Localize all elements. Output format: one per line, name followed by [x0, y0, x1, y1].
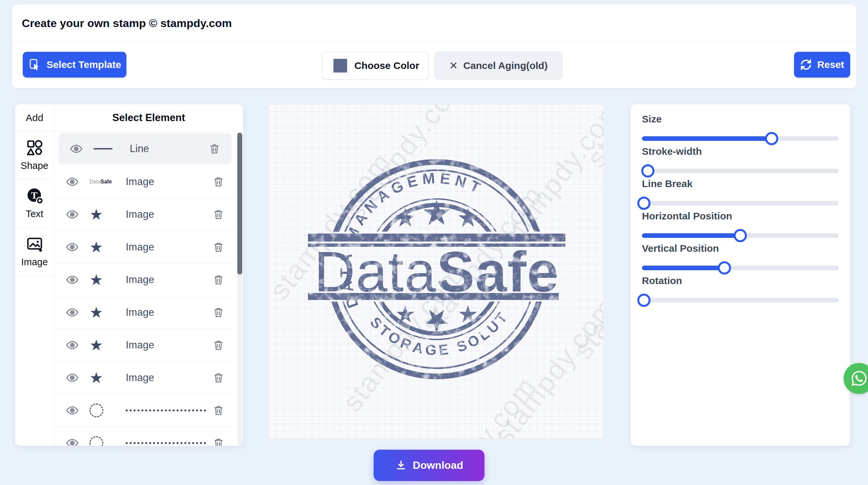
vertical-position-slider[interactable] [642, 261, 839, 274]
slider-track[interactable] [642, 266, 839, 270]
elements-card: Add ShapeTTextImage Select Element LineD… [15, 104, 243, 446]
element-list: LineDataSafeImage★Image★Image★Image★Imag… [55, 132, 236, 446]
element-row-image-3[interactable]: ★Image [55, 231, 236, 264]
dashed-circle-thumbnail [89, 436, 103, 446]
slider-group-stroke-width: Stroke-width [642, 146, 839, 176]
element-row-image-4[interactable]: ★Image [55, 264, 236, 296]
stamp-star [425, 310, 448, 332]
element-label: Image [126, 372, 213, 384]
size-slider[interactable] [642, 132, 839, 145]
close-x-icon: ✕ [449, 60, 458, 71]
line-break-slider[interactable] [642, 197, 839, 210]
choose-color-button[interactable]: Choose Color [322, 52, 429, 79]
element-row-image-7[interactable]: ★Image [55, 362, 236, 394]
visibility-eye-icon[interactable] [66, 240, 79, 254]
slider-handle[interactable] [765, 132, 778, 145]
stamp-canvas[interactable]: stampdy.comstampdy.comstampdy.comstampdy… [268, 104, 604, 439]
visibility-eye-icon[interactable] [66, 208, 79, 221]
delete-trash-icon[interactable] [213, 405, 224, 416]
line-thumbnail [93, 148, 113, 150]
delete-trash-icon[interactable] [213, 306, 224, 318]
element-row-line-0[interactable]: Line [58, 133, 232, 164]
stamp-name-left: Data [314, 240, 437, 303]
dotted-label [126, 410, 206, 412]
slider-handle[interactable] [641, 164, 654, 177]
tool-label: Image [21, 257, 48, 267]
element-row-image-1[interactable]: DataSafeImage [55, 166, 236, 198]
slider-fill [642, 266, 724, 270]
tool-label: Text [26, 208, 43, 219]
delete-trash-icon[interactable] [213, 176, 224, 188]
slider-handle[interactable] [637, 197, 651, 210]
visibility-eye-icon[interactable] [66, 338, 79, 352]
text-icon: T [26, 187, 43, 204]
select-template-icon [28, 58, 41, 71]
select-template-button[interactable]: Select Template [23, 52, 126, 77]
slider-label: Stroke-width [642, 146, 839, 157]
choose-color-label: Choose Color [354, 60, 420, 71]
visibility-eye-icon[interactable] [66, 437, 79, 446]
tool-image[interactable]: Image [15, 228, 54, 276]
slider-handle[interactable] [734, 229, 747, 242]
element-label: Image [126, 241, 213, 253]
slider-track[interactable] [642, 201, 839, 205]
slider-handle[interactable] [637, 294, 651, 307]
element-label: Image [126, 208, 213, 220]
delete-trash-icon[interactable] [213, 339, 224, 351]
star-thumbnail: ★ [89, 337, 103, 353]
slider-fill [642, 136, 772, 141]
visibility-eye-icon[interactable] [66, 175, 79, 188]
star-thumbnail: ★ [89, 305, 103, 320]
slider-group-vertical-position: Vertical Position [642, 243, 839, 273]
header-card: Create your own stamp © stampdy.com Sele… [11, 4, 857, 89]
image-icon [26, 235, 43, 253]
element-row-image-6[interactable]: ★Image [55, 329, 236, 362]
slider-label: Horizontal Position [642, 211, 839, 222]
element-row-dotted-9[interactable] [55, 427, 236, 446]
delete-trash-icon[interactable] [213, 208, 224, 220]
slider-group-size: Size [642, 114, 839, 144]
delete-trash-icon[interactable] [213, 437, 224, 446]
tool-text[interactable]: TText [15, 180, 54, 228]
visibility-eye-icon[interactable] [66, 371, 79, 384]
element-label: Image [126, 306, 213, 318]
element-row-image-2[interactable]: ★Image [55, 198, 236, 231]
tool-shape[interactable]: Shape [15, 131, 54, 180]
download-button[interactable]: Download [374, 450, 485, 481]
slider-group-line-break: Line Break [642, 178, 839, 208]
delete-trash-icon[interactable] [213, 274, 224, 286]
element-row-dotted-8[interactable] [55, 394, 236, 427]
reset-button[interactable]: Reset [794, 52, 850, 77]
element-label: Image [126, 176, 213, 188]
slider-track[interactable] [642, 136, 839, 141]
logo-thumbnail: DataSafe [89, 179, 112, 185]
dashed-circle-thumbnail [89, 403, 103, 417]
visibility-eye-icon[interactable] [66, 273, 79, 286]
visibility-eye-icon[interactable] [66, 306, 79, 319]
visibility-eye-icon[interactable] [66, 404, 79, 417]
element-row-image-5[interactable]: ★Image [55, 296, 236, 329]
header-divider [12, 41, 856, 41]
delete-trash-icon[interactable] [213, 372, 224, 384]
select-element-panel: Select Element LineDataSafeImage★Image★I… [55, 104, 243, 446]
slider-handle[interactable] [718, 261, 731, 274]
element-list-scrollbar-thumb[interactable] [237, 133, 242, 274]
delete-trash-icon[interactable] [209, 143, 220, 155]
select-element-title: Select Element [55, 104, 243, 131]
horizontal-position-slider[interactable] [642, 229, 839, 242]
download-label: Download [413, 459, 463, 472]
star-thumbnail: ★ [89, 207, 103, 222]
slider-track[interactable] [642, 169, 839, 173]
slider-track[interactable] [642, 298, 839, 302]
stroke-width-slider[interactable] [642, 164, 839, 177]
slider-group-horizontal-position: Horizontal Position [642, 211, 839, 241]
slider-group-rotation: Rotation [642, 275, 839, 305]
stamp-name-right: Safe [437, 240, 559, 303]
rotation-slider[interactable] [642, 294, 839, 307]
visibility-eye-icon[interactable] [70, 142, 83, 155]
dotted-label [126, 442, 206, 444]
color-swatch-frame [331, 57, 349, 74]
slider-label: Size [642, 114, 839, 125]
cancel-aging-button[interactable]: ✕ Cancel Aging(old) [434, 52, 562, 79]
delete-trash-icon[interactable] [213, 241, 224, 253]
